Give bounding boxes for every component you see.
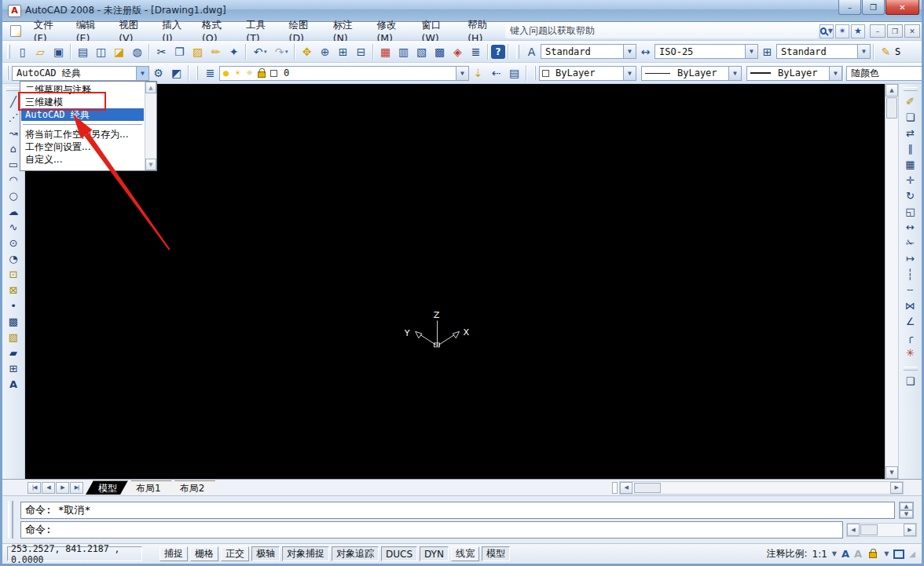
mirror-icon[interactable]: ⇄ [901,125,920,141]
pan-icon[interactable]: ✥ [298,43,316,60]
properties-palette-icon[interactable]: ▦ [376,43,394,60]
copy-icon[interactable]: ❐ [170,43,189,60]
toolbar-grip[interactable] [904,87,918,91]
annotation-scale-value[interactable]: 1:1 [812,549,827,560]
favorites-button[interactable]: ★ [851,24,865,38]
layer-viewport-sun-icon[interactable]: ☼ [244,68,255,79]
zoom-realtime-icon[interactable]: ⊕ [316,43,334,60]
restore-button[interactable]: ❐ [862,0,885,15]
toolbar-grip[interactable] [196,66,198,80]
cut-icon[interactable]: ✂ [152,43,170,60]
chevron-down-icon[interactable]: ▼ [623,67,636,80]
quickcalc-icon[interactable]: ≣ [467,43,485,60]
toolbar-grip[interactable] [6,87,20,91]
toggle-model[interactable]: 模型 [482,546,510,561]
scroll-up-icon[interactable]: ▲ [886,84,898,97]
my-workspace-icon[interactable]: ◩ [167,64,185,82]
annotation-visibility-icon[interactable]: A [842,548,849,560]
prev-tab-icon[interactable]: ◀ [42,482,55,494]
toggle-lineweight[interactable]: 线宽 [451,546,479,561]
command-scroll-thumb[interactable] [860,524,878,535]
plot-icon[interactable]: ▤ [74,43,92,60]
command-horizontal-scrollbar[interactable]: ◀ ▶ [846,523,917,537]
erase-icon[interactable]: ✐ [901,93,920,109]
scale-icon[interactable]: ◱ [901,203,920,219]
search-button[interactable]: ▼ [820,24,834,38]
scroll-down-icon[interactable]: ▼ [145,159,156,170]
break-at-point-icon[interactable]: ┆ [901,266,920,282]
scroll-right-icon[interactable]: ▶ [890,482,903,494]
command-history-scrollbar[interactable]: ▲ ▼ [899,502,914,519]
minimize-button[interactable]: – [838,0,861,15]
markup-set-manager-icon[interactable]: ◈ [449,43,467,60]
table-style-combo[interactable]: Standard ▼ [776,44,871,59]
chevron-down-icon[interactable]: ▼ [829,67,842,80]
publish-icon[interactable]: ◪ [110,43,128,60]
lock-dropdown-arrow-icon[interactable]: ▼ [884,550,889,557]
3d-dwf-icon[interactable]: ◍ [128,43,146,60]
clean-screen-icon[interactable] [893,550,904,559]
undo-flyout-icon[interactable]: ▾ [264,49,270,55]
toggle-osnap[interactable]: 对象捕捉 [282,546,329,561]
tool-palettes-icon[interactable]: ▧ [412,43,431,60]
stretch-icon[interactable]: ↔ [901,219,920,235]
toggle-dyn[interactable]: DYN [420,546,449,561]
workspace-action-save-as[interactable]: 将当前工作空间另存为... [21,128,144,141]
last-tab-icon[interactable]: ▶| [70,482,83,494]
command-window-drag-handle[interactable] [8,501,13,539]
toolbar-grip[interactable] [7,45,10,59]
block-editor-icon[interactable]: ✦ [225,43,243,60]
horizontal-scroll-thumb[interactable] [634,483,661,493]
paste-icon[interactable]: ▨ [189,43,207,60]
communication-center-button[interactable]: ✴ [835,24,849,38]
scroll-down-icon[interactable]: ▼ [900,510,913,518]
first-tab-icon[interactable]: |◀ [28,482,41,494]
insert-block-icon[interactable]: ⊡ [4,266,23,282]
fillet-icon[interactable]: ╭ [901,329,920,345]
join-icon[interactable]: ⋈ [901,298,920,313]
command-input[interactable]: 命令: [20,521,843,539]
workspace-combo[interactable]: AutoCAD 经典 ▼ [12,66,149,81]
new-icon[interactable]: ▯ [13,43,31,60]
dim-style-combo[interactable]: ISO-25 ▼ [654,44,758,59]
scroll-left-icon[interactable]: ◀ [620,482,632,494]
array-icon[interactable]: ▦ [901,156,920,172]
new-sheet-icon[interactable] [10,25,21,37]
doc-minimize-button[interactable]: – [870,24,886,38]
match-properties-icon[interactable]: ✏ [207,43,225,60]
chevron-down-icon[interactable]: ▼ [728,67,741,80]
plot-preview-icon[interactable]: ◫ [92,43,110,60]
trim-icon[interactable]: ✁ [901,235,920,250]
horizontal-scrollbar[interactable]: ◀ ▶ [619,481,904,495]
vertical-scroll-thumb[interactable] [886,97,897,119]
annotation-scale-arrow-icon[interactable]: ▼ [832,550,837,557]
layer-color-swatch[interactable] [270,70,277,77]
hatch-icon[interactable]: ▩ [4,313,23,329]
toggle-polar[interactable]: 极轴 [251,546,280,561]
tab-model[interactable]: 模型 [86,480,128,495]
toolbar-grip[interactable] [904,367,918,371]
toggle-snap[interactable]: 捕捉 [160,546,188,561]
style-extra-icon[interactable]: ✎ [877,43,895,60]
annotation-autoscale-icon[interactable]: A [854,548,862,560]
toggle-otrack[interactable]: 对象追踪 [332,546,379,561]
designcenter-icon[interactable]: ▥ [394,43,412,60]
lineweight-combo[interactable]: ByLayer ▼ [746,66,842,81]
coordinate-display[interactable]: 253.2527, 841.2187 , 0.0000 [7,546,142,561]
spline-icon[interactable]: ∿ [4,219,23,235]
extend-icon[interactable]: ↦ [901,250,920,266]
next-tab-icon[interactable]: ▶ [56,482,69,494]
mtext-icon[interactable]: A [4,376,23,392]
toggle-ducs[interactable]: DUCS [381,546,417,561]
toolbar-grip[interactable] [7,66,9,80]
doc-restore-button[interactable]: ❐ [887,24,903,38]
color-combo[interactable]: ByLayer ▼ [539,66,636,81]
layer-on-bulb-icon[interactable]: ● [220,68,232,79]
scroll-down-icon[interactable]: ▼ [886,466,898,479]
scroll-left-icon[interactable]: ◀ [847,524,860,536]
vertical-scrollbar[interactable]: ▲ ▼ [885,84,898,479]
circle-icon[interactable]: ○ [4,188,23,203]
region-icon[interactable]: ▰ [4,345,23,360]
workspace-action-customize[interactable]: 自定义... [21,153,144,166]
move-icon[interactable]: ✛ [901,172,920,188]
